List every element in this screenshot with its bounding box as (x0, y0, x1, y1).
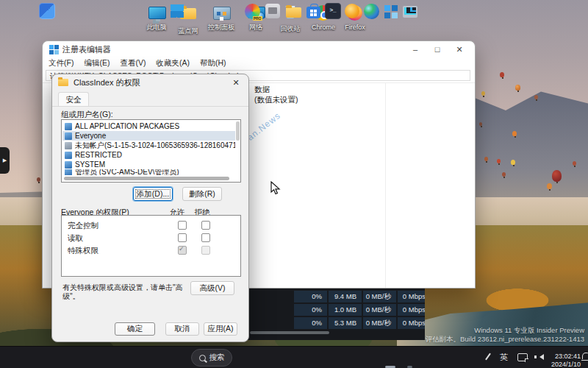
allow-checkbox-read[interactable] (178, 233, 187, 242)
minimize-button[interactable]: – (404, 41, 426, 57)
permission-row-label: 完全控制 (68, 221, 98, 231)
task-manager-window[interactable]: 0% 9.4 MB 0 MB/秒 0 Mbps 0% 1.0 MB 0 MB/秒… (220, 289, 425, 340)
list-item[interactable]: RESTRICTED (62, 150, 235, 160)
column-divider[interactable] (385, 83, 386, 288)
menu-edit[interactable]: 编辑(E) (84, 58, 110, 68)
app-packages-group-icon (65, 123, 72, 130)
taskbar-app-window[interactable] (264, 2, 282, 20)
widgets-button[interactable] (38, 2, 56, 20)
list-item-selected[interactable]: Everyone (62, 131, 235, 141)
tab-security[interactable]: 安全 (58, 92, 89, 107)
orange-app-icon (345, 4, 359, 18)
close-button[interactable]: ✕ (448, 41, 470, 57)
list-item[interactable]: ALL APPLICATION PACKAGES (62, 121, 235, 131)
tm-mem-cell: 9.4 MB (329, 291, 362, 302)
desktop-icon-label: 回收站 (273, 25, 307, 32)
menu-file[interactable]: 文件(F) (49, 58, 74, 68)
deny-checkbox-read[interactable] (201, 233, 210, 242)
tab-divider (52, 106, 248, 107)
dialog-close-button[interactable]: ✕ (229, 77, 243, 88)
ok-button[interactable]: 确定 (115, 322, 155, 336)
taskbar-registry-editor-active[interactable] (381, 2, 399, 20)
tm-cpu-cell: 0% (294, 317, 327, 329)
list-item-clipped[interactable]: 管理员 (SVC-AMS-DEV\管理员) (62, 169, 235, 175)
desktop-icon-label: 网络 (239, 24, 273, 31)
permissions-dialog: ClassIndex 的权限 ✕ 安全 组或用户名(G): ALL APPLIC… (51, 74, 249, 342)
pen-tray-icon[interactable] (487, 353, 489, 368)
menu-view[interactable]: 查看(V) (120, 58, 146, 68)
desktop-icon-label: Chrome (306, 24, 340, 31)
gray-window-icon (265, 4, 280, 18)
permissions-listbox[interactable]: 完全控制 读取 特殊权限 (61, 215, 241, 277)
tm-net-cell: 0 Mbps (398, 317, 425, 329)
add-button[interactable]: 添加(D)... (133, 187, 173, 201)
color-wheel-pro-icon (245, 4, 260, 19)
value-not-set: (数值未设置) (254, 95, 298, 105)
search-label: 搜索 (209, 353, 225, 363)
desktop-icon-control-panel[interactable]: 控制面板 (204, 4, 238, 31)
taskbar-store[interactable] (304, 2, 322, 20)
taskbar-terminal[interactable]: >_ (324, 2, 342, 20)
edge-flyout-toggle[interactable]: ▶ (0, 147, 10, 174)
search-box[interactable]: 搜索 (191, 349, 232, 367)
menu-favorites[interactable]: 收藏夹(A) (156, 58, 190, 68)
file-explorer-icon (286, 7, 301, 18)
task-manager-icon (403, 6, 417, 18)
desktop-icon-label: Firefox (338, 24, 372, 31)
folder-icon (58, 79, 68, 86)
desktop-icon-label: 蓝点网 (171, 27, 205, 35)
window-title: 注册表编辑器 (62, 44, 111, 55)
this-pc-icon (148, 7, 166, 19)
desktop-screen: 此电脑 蓝点网 控制面板 网络 回收站 Chrome Firefox ▶ 注册表… (0, 0, 588, 368)
notification-bell-icon[interactable] (582, 355, 588, 368)
allow-checkbox-full-control[interactable] (178, 221, 187, 230)
start-button[interactable] (168, 2, 186, 20)
windows-logo-icon (171, 4, 184, 18)
group-icon (65, 132, 72, 140)
taskbar-file-explorer[interactable] (284, 2, 302, 20)
apply-button[interactable]: 应用(A) (204, 322, 237, 336)
permission-row-label: 特殊权限 (68, 246, 98, 256)
cancel-button[interactable]: 取消 (165, 322, 199, 336)
clock-date: 2024/1/10 (548, 361, 581, 368)
group-icon (65, 161, 72, 169)
advanced-button[interactable]: 高级(V) (190, 281, 234, 295)
clock[interactable]: 23:02:41 2024/1/10 (548, 353, 581, 368)
group-icon (65, 152, 72, 159)
windows-version-watermark: Windows 11 专业版 Insider Preview 评估副本。Buil… (425, 326, 584, 343)
users-listbox[interactable]: ALL APPLICATION PACKAGES Everyone 未知帐户(S… (61, 119, 241, 183)
remove-button[interactable]: 删除(R) (182, 187, 222, 201)
data-column-header[interactable]: 数据 (254, 85, 270, 95)
edge-icon (364, 4, 379, 19)
tm-net-cell: 0 Mbps (398, 304, 425, 316)
touch-keyboard-icon[interactable] (517, 353, 528, 368)
taskbar-app-color-pro[interactable] (243, 2, 261, 20)
taskbar-edge[interactable] (362, 2, 380, 20)
list-item[interactable]: 未知帐户(S-1-15-3-1024-1065365936-1281604716… (62, 141, 235, 150)
desktop-icon-label: 控制面板 (204, 24, 238, 31)
tm-net-cell: 0 Mbps (398, 291, 425, 302)
list-item[interactable]: SYSTEM (62, 160, 235, 169)
horizontal-scrollbar[interactable] (64, 177, 229, 180)
advanced-hint-text: 有关特殊权限或高级设置，请单击"高级"。 (62, 283, 191, 301)
registry-app-icon (49, 45, 54, 49)
maximize-button[interactable]: □ (426, 41, 448, 57)
dialog-title-bar[interactable]: ClassIndex 的权限 (52, 74, 248, 91)
tm-cpu-cell: 0% (294, 304, 327, 316)
permission-row-label: 读取 (68, 233, 83, 244)
menu-bar: 文件(F) 编辑(E) 查看(V) 收藏夹(A) 帮助(H) (44, 57, 473, 69)
taskbar-app-orange[interactable] (343, 2, 361, 20)
ime-indicator[interactable]: 英 (500, 352, 508, 368)
volume-icon[interactable] (537, 354, 544, 368)
tm-disk-cell: 0 MB/秒 (363, 304, 396, 316)
menu-help[interactable]: 帮助(H) (200, 58, 226, 68)
tm-disk-cell: 0 MB/秒 (363, 317, 396, 329)
taskbar-task-manager[interactable] (401, 2, 419, 20)
tm-horizontal-scrollbar[interactable] (250, 331, 329, 334)
deny-checkbox-full-control[interactable] (201, 221, 210, 230)
vertical-scrollbar[interactable] (236, 121, 240, 141)
group-or-users-label: 组或用户名(G): (61, 110, 113, 120)
unknown-account-icon (65, 142, 72, 149)
tm-cpu-cell: 0% (294, 291, 327, 302)
desktop-icon-label: 此电脑 (140, 24, 173, 31)
